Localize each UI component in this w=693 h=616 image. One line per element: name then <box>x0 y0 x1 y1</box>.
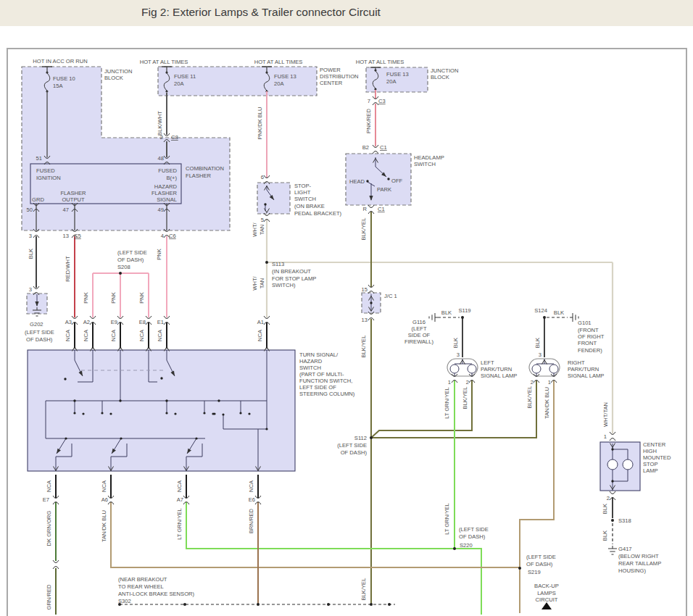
label-wires-tandkblu: TAN/DK BLU <box>101 510 107 542</box>
label-wires-pnk: PNK <box>110 292 117 304</box>
wiring-diagram: HOT IN ACC OR RUNHOT AT ALL TIMESHOT AT … <box>0 0 693 616</box>
label-wires-blkyel: BLK/YEL <box>360 336 367 358</box>
label-wires-pnkred: PNK/RED <box>365 109 372 133</box>
label-wires-blk: BLK <box>602 504 608 514</box>
label-sp-s208: S208 <box>117 264 130 270</box>
bulb-icon <box>450 365 459 373</box>
label-sp-s124: S124 <box>534 307 547 314</box>
label-hl-off: OFF <box>391 178 403 184</box>
label-conn-c8: C8 <box>171 134 178 141</box>
label-hl-l1: HEADLAMP <box>414 154 444 161</box>
label-wires-pnk: PNK <box>138 292 145 304</box>
label-flasher-t1: COMBINATION <box>186 165 224 172</box>
g417-ground-icon <box>608 546 617 554</box>
label-wires-ltgrnyel: LT GRN/YEL <box>444 387 450 419</box>
label-pins-n13: 13 <box>63 233 69 239</box>
label-loc-ls: (LEFT SIDE <box>25 329 54 336</box>
label-pins-n13: 13 <box>362 317 368 323</box>
label-gr-g417b: (BELOW RIGHT <box>618 553 659 559</box>
label-loc-ls: (LEFT SIDE <box>117 249 147 256</box>
label-sp-s113b: (IN BREAKOUT <box>272 268 311 275</box>
label-sp-s113c: FOR STOP LAMP <box>272 275 316 282</box>
label-flasher-ign: IGNITION <box>36 175 61 181</box>
label-lamps-sl: SIGNAL LAMP <box>481 372 517 379</box>
label-stop-l5: PEDAL BRACKET) <box>294 210 342 217</box>
label-stop-l4: (ON BRAKE <box>294 203 325 209</box>
label-feeds-acc: HOT IN ACC OR RUN <box>33 58 87 64</box>
label-sp-s113d: SWITCH) <box>272 282 296 288</box>
label-wires-pnk: PNK <box>83 292 89 304</box>
label-blocks-jb1: JUNCTION <box>431 67 458 74</box>
label-wires-nca: NCA <box>257 329 263 341</box>
label-wires-nca: NCA <box>157 329 163 341</box>
label-blocks-jb1: JUNCTION <box>104 68 132 75</box>
label-pins-n2: 2 <box>607 495 610 501</box>
bulb-icon <box>532 365 541 373</box>
label-wires-nca: NCA <box>138 329 145 341</box>
label-pins-a1: A1 <box>257 319 264 325</box>
label-wires-blk: BLK <box>602 530 608 541</box>
label-pins-n1: 1 <box>448 379 451 386</box>
label-pins-n15: 15 <box>362 286 368 293</box>
label-blocks-jb2: BLOCK <box>431 74 449 80</box>
label-wires-tan: TAN <box>259 225 265 236</box>
label-flasher-haz1: HAZARD <box>154 183 178 190</box>
label-fuses-f11: FUSE 11 <box>174 73 196 80</box>
label-ts-l7: STEERING COLUMN) <box>299 391 355 397</box>
label-wires-nca: NCA <box>101 480 107 492</box>
label-pins-e7: E7 <box>43 496 49 503</box>
label-sp-s302a: (NEAR BREAKOUT <box>118 576 167 583</box>
label-pins-a7: A7 <box>177 496 183 503</box>
label-wires-nca: NCA <box>110 329 117 341</box>
label-lamps-c5: LAMP <box>643 467 658 474</box>
label-lamps-pt: PARK/TURN <box>568 366 599 372</box>
label-ts-l4: (PART OF MULTI- <box>299 371 344 378</box>
label-flasher-haz2: FLASHER <box>152 190 178 196</box>
label-wires-wht: WHT/ <box>252 222 258 236</box>
label-wires-blkyel: BLK/YEL <box>462 387 468 409</box>
label-ts-l5: FUNCTION SWITCH, <box>299 378 352 384</box>
label-pins-n3: 3 <box>29 286 32 293</box>
label-fuses-a20: 20A <box>174 80 184 87</box>
label-pins-a3: A3 <box>65 319 72 325</box>
label-feeds-hot: HOT AT ALL TIMES <box>356 59 404 65</box>
label-wires-grnred: GRN/RED <box>46 584 52 610</box>
label-loc-ls: (LEFT SIDE <box>337 442 367 449</box>
label-blocks-jb2: BLOCK <box>104 75 123 81</box>
label-pins-n48: 48 <box>158 155 164 162</box>
label-wires-blk: BLK <box>452 338 459 348</box>
label-pins-n47: 47 <box>63 207 69 213</box>
label-loc-od: OF DASH) <box>117 257 144 263</box>
label-fuses-a15: 15A <box>53 83 63 89</box>
label-flasher-out2: OUTPUT <box>62 196 85 203</box>
label-bu-l1: BACK-UP <box>534 583 559 589</box>
label-gr-g116b: (LEFT <box>411 325 426 332</box>
label-pins-n2: 2 <box>531 379 534 386</box>
label-gr-g116d: FIREWALL) <box>404 338 434 345</box>
label-wires-pnkdkblu: PNK/DK BLU <box>257 107 263 139</box>
label-fuses-f13: FUSE 13 <box>274 73 296 80</box>
label-loc-od: OF DASH) <box>526 561 553 567</box>
label-conn-c5: C5 <box>74 233 81 239</box>
label-wires-ltgrnyel: LT GRN/YEL <box>444 503 450 535</box>
component-boxes <box>22 67 640 491</box>
label-pins-n2: 2 <box>466 379 469 386</box>
label-gr-g417a: G417 <box>618 546 632 552</box>
label-wires-nca: NCA <box>46 480 52 492</box>
label-hl-park: PARK <box>377 186 391 193</box>
label-wires-wht: WHT/ <box>252 275 258 290</box>
label-gr-g417d: HOUSING) <box>618 567 646 574</box>
label-flasher-out1: FLASHER <box>60 190 86 196</box>
label-bu-l3: CIRCUIT <box>536 596 558 603</box>
label-wires-redwht: RED/WHT <box>65 256 71 282</box>
label-pins-n4: 4 <box>161 233 164 239</box>
label-pins-b2: B2 <box>362 144 369 151</box>
label-flasher-fused: FUSED <box>36 167 55 174</box>
label-conn-c6: C6 <box>169 233 176 239</box>
label-gr-g101c: OF RIGHT <box>578 333 605 340</box>
label-gr-g417c: REAR TAILLAMP <box>618 560 661 567</box>
label-pins-n1: 1 <box>604 433 607 440</box>
label-stop-l1: STOP- <box>294 183 312 189</box>
label-ts-l6: LEFT SIDE OF <box>299 384 336 391</box>
bulb-icon <box>607 459 618 470</box>
